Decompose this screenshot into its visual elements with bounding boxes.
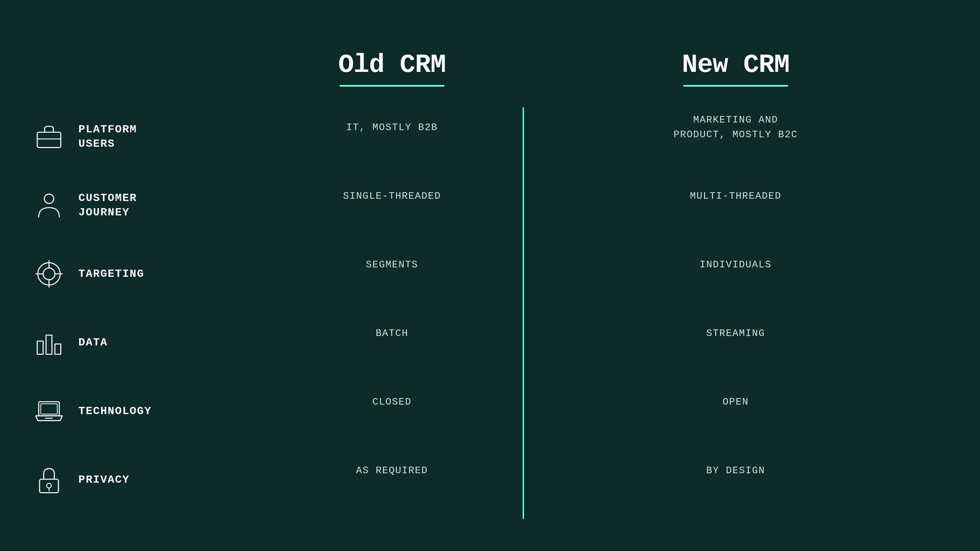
new-crm-header: New CRM <box>682 50 789 80</box>
old-crm-targeting: SEGMENTS <box>366 230 418 299</box>
privacy-label: PRIVACY <box>78 473 130 487</box>
svg-point-16 <box>47 483 51 488</box>
category-row-customer-journey: CUSTOMERJOURNEY <box>33 171 261 240</box>
old-crm-values: IT, MOSTLY B2B SINGLE-THREADED SEGMENTS … <box>343 87 441 505</box>
laptop-icon <box>33 395 65 427</box>
old-crm-platform-users: IT, MOSTLY B2B <box>346 93 438 162</box>
category-row-technology: TECHNOLOGY <box>33 377 261 446</box>
old-crm-technology: CLOSED <box>372 368 412 436</box>
briefcase-icon <box>33 120 65 153</box>
svg-rect-9 <box>37 341 43 355</box>
new-crm-data: STREAMING <box>706 299 765 368</box>
old-crm-privacy: AS REQUIRED <box>356 436 428 505</box>
category-row-targeting: TARGETING <box>33 240 261 308</box>
svg-point-4 <box>43 268 55 280</box>
lock-icon <box>33 463 65 496</box>
old-crm-data: BATCH <box>375 299 408 368</box>
svg-point-2 <box>45 194 54 204</box>
svg-rect-11 <box>55 344 61 355</box>
new-crm-platform-users: MARKETING ANDPRODUCT, MOSTLY B2C <box>674 93 798 162</box>
category-row-data: DATA <box>33 308 261 377</box>
new-crm-privacy: BY DESIGN <box>706 436 765 505</box>
svg-rect-0 <box>37 132 61 148</box>
svg-rect-10 <box>46 335 52 355</box>
old-crm-header: Old CRM <box>338 50 445 80</box>
data-label: DATA <box>78 335 108 350</box>
new-crm-column: New CRM MARKETING ANDPRODUCT, MOSTLY B2C… <box>524 50 947 505</box>
new-crm-values: MARKETING ANDPRODUCT, MOSTLY B2C MULTI-T… <box>674 87 798 505</box>
main-container: PLATFORMUSERS CUSTOMERJOURNEY <box>33 30 947 521</box>
targeting-label: TARGETING <box>78 267 145 281</box>
technology-label: TECHNOLOGY <box>78 404 151 418</box>
new-crm-customer-journey: MULTI-THREADED <box>690 162 781 230</box>
category-row-privacy: PRIVACY <box>33 446 261 514</box>
old-crm-customer-journey: SINGLE-THREADED <box>343 162 441 230</box>
category-row-platform-users: PLATFORMUSERS <box>33 102 261 171</box>
platform-users-label: PLATFORMUSERS <box>78 122 137 151</box>
person-icon <box>33 189 65 221</box>
categories-column: PLATFORMUSERS CUSTOMERJOURNEY <box>33 50 261 514</box>
svg-rect-13 <box>41 404 57 414</box>
customer-journey-label: CUSTOMERJOURNEY <box>78 191 137 220</box>
chart-bars-icon <box>33 326 65 359</box>
new-crm-targeting: INDIVIDUALS <box>700 230 772 299</box>
target-icon <box>33 258 65 290</box>
new-crm-technology: OPEN <box>722 368 749 436</box>
old-crm-column: Old CRM IT, MOSTLY B2B SINGLE-THREADED S… <box>261 50 523 505</box>
